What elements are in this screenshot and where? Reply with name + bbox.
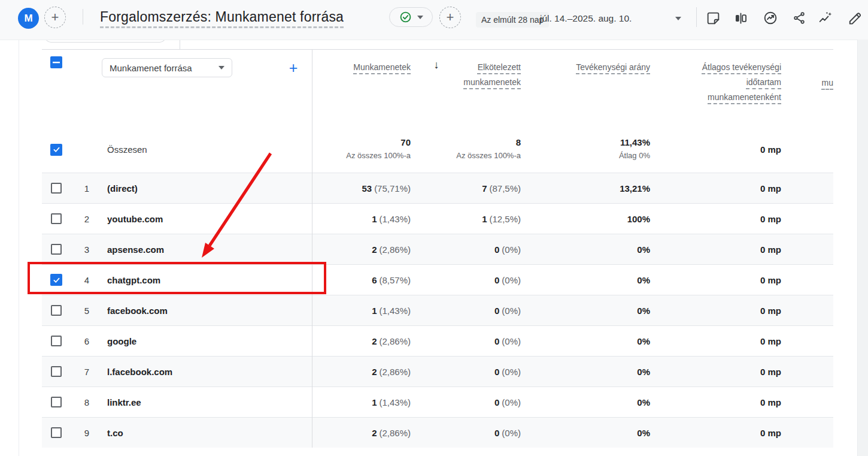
insights-button[interactable]: [761, 9, 779, 27]
row-checkbox[interactable]: [50, 274, 62, 286]
avatar[interactable]: M: [18, 8, 39, 29]
add-report-button[interactable]: +: [439, 7, 461, 28]
row-checkbox[interactable]: [50, 182, 62, 194]
row-source: chatgpt.com: [107, 275, 312, 285]
sessions-cell: 6(8,57%): [312, 275, 411, 285]
sessions-cell: 2(2,86%): [312, 244, 411, 255]
engaged-cell: 0(0%): [411, 397, 521, 407]
table-row[interactable]: 5 facebook.com 1(1,43%) 0(0%) 0% 0 mp: [42, 295, 833, 325]
sessions-cell: 53(75,71%): [312, 183, 411, 194]
row-source: linktr.ee: [107, 397, 312, 407]
table-row[interactable]: 9 t.co 2(2,86%) 0(0%) 0% 0 mp: [42, 417, 833, 448]
vertical-scrollbar[interactable]: [857, 40, 868, 456]
sessions-cell: 1(1,43%): [312, 214, 411, 224]
table-row[interactable]: 1 (direct) 53(75,71%) 7(87,5%) 13,21% 0 …: [42, 173, 833, 203]
engaged-cell: 0(0%): [411, 244, 521, 255]
row-checkbox[interactable]: [50, 335, 62, 347]
duration-cell: 0 mp: [650, 244, 781, 255]
add-secondary-dimension-button[interactable]: +: [284, 58, 303, 77]
totals-rate: 11,43% Átlag 0%: [521, 137, 650, 162]
sessions-cell: 1(1,43%): [312, 397, 411, 407]
row-number: 5: [62, 306, 89, 316]
compare-button[interactable]: [732, 9, 749, 27]
duration-cell: 0 mp: [650, 214, 781, 224]
date-range-value[interactable]: júl. 14.–2025. aug. 10.: [540, 13, 632, 24]
engaged-cell: 0(0%): [411, 306, 521, 316]
verified-check-icon: [399, 11, 412, 23]
table-row[interactable]: 8 linktr.ee 1(1,43%) 0(0%) 0% 0 mp: [42, 386, 833, 417]
duration-cell: 0 mp: [650, 336, 781, 346]
panel-border: [19, 40, 19, 456]
date-chevron-down-icon[interactable]: [675, 17, 681, 20]
row-number: 2: [62, 214, 89, 224]
notes-button[interactable]: [704, 9, 722, 27]
share-icon[interactable]: [790, 9, 808, 27]
row-checkbox[interactable]: [50, 396, 62, 408]
engaged-cell: 7(87,5%): [411, 183, 521, 194]
rate-cell: 13,21%: [521, 183, 650, 194]
rate-cell: 0%: [521, 244, 650, 255]
dimension-selector[interactable]: Munkamenet forrása: [102, 58, 232, 77]
row-checkbox[interactable]: [50, 213, 62, 225]
chevron-down-icon: [417, 16, 423, 19]
row-checkbox[interactable]: [50, 427, 62, 439]
totals-sessions: 70 Az összes 100%-a: [312, 137, 411, 162]
row-source: google: [107, 336, 312, 346]
report-saved-status-button[interactable]: [389, 7, 433, 27]
table-row[interactable]: 7 l.facebook.com 2(2,86%) 0(0%) 0% 0 mp: [42, 356, 833, 386]
column-header-sessions[interactable]: Munkamenetek: [353, 60, 411, 75]
table-row[interactable]: 3 apsense.com 2(2,86%) 0(0%) 0% 0 mp: [42, 234, 833, 264]
duration-cell: 0 mp: [650, 183, 781, 194]
edit-icon[interactable]: [846, 9, 864, 27]
toolbar-divider: [696, 7, 697, 27]
row-checkbox[interactable]: [50, 366, 62, 378]
add-workspace-button[interactable]: +: [44, 7, 66, 28]
column-header-engaged-sessions[interactable]: Elkötelezett munkamenetek: [422, 60, 521, 90]
sparkline-insights-icon[interactable]: [817, 9, 834, 27]
row-checkbox[interactable]: [50, 304, 62, 316]
table-row[interactable]: 2 youtube.com 1(1,43%) 1(12,5%) 100% 0 m…: [42, 203, 833, 234]
duration-cell: 0 mp: [650, 306, 781, 316]
rate-cell: 0%: [521, 336, 650, 346]
rate-cell: 100%: [521, 214, 650, 224]
rate-cell: 0%: [521, 275, 650, 285]
column-header-cut[interactable]: mu: [822, 76, 833, 90]
row-number: 6: [62, 336, 89, 346]
sessions-cell: 2(2,86%): [312, 336, 411, 346]
column-divider: [312, 50, 312, 448]
toolbar-divider: [83, 9, 83, 25]
engaged-cell: 0(0%): [411, 275, 521, 285]
duration-cell: 0 mp: [650, 367, 781, 377]
totals-checkbox[interactable]: [50, 144, 62, 156]
row-source: youtube.com: [107, 214, 312, 224]
row-number: 8: [62, 397, 89, 407]
duration-cell: 0 mp: [650, 275, 781, 285]
column-header-engagement-rate[interactable]: Tevékenységi arány: [576, 60, 650, 75]
row-source: (direct): [107, 183, 312, 194]
tab-divider: [180, 40, 180, 49]
totals-label: Összesen: [107, 144, 312, 155]
table-row[interactable]: 6 google 2(2,86%) 0(0%) 0% 0 mp: [42, 325, 833, 356]
engaged-cell: 0(0%): [411, 428, 521, 438]
sessions-cell: 2(2,86%): [312, 367, 411, 377]
date-range-label[interactable]: Az elmúlt 28 nap: [476, 12, 549, 28]
report-title[interactable]: Forgalomszerzés: Munkamenet forrása: [100, 9, 344, 25]
row-source: apsense.com: [107, 244, 312, 255]
sessions-cell: 1(1,43%): [312, 306, 411, 316]
select-all-checkbox[interactable]: [50, 56, 62, 68]
row-number: 7: [62, 367, 89, 377]
sessions-cell: 2(2,86%): [312, 428, 411, 438]
table-header: Munkamenet forrása + Munkamenetek ↓ Elkö…: [42, 50, 833, 126]
rate-cell: 0%: [521, 397, 650, 407]
rate-cell: 0%: [521, 428, 650, 438]
table-row-highlighted[interactable]: 4 chatgpt.com 6(8,57%) 0(0%) 0% 0 mp: [42, 264, 833, 295]
top-toolbar: M + Forgalomszerzés: Munkamenet forrása …: [0, 0, 868, 40]
rate-cell: 0%: [521, 367, 650, 377]
duration-cell: 0 mp: [650, 397, 781, 407]
totals-row[interactable]: Összesen 70 Az összes 100%-a 8 Az összes…: [42, 126, 833, 173]
row-number: 4: [62, 275, 89, 285]
column-header-avg-duration[interactable]: Átlagos tevékenységi időtartam munkamene…: [700, 60, 781, 105]
report-table: Munkamenet forrása + Munkamenetek ↓ Elkö…: [42, 49, 833, 448]
row-checkbox[interactable]: [50, 243, 62, 255]
totals-engaged: 8 Az összes 100%-a: [411, 137, 521, 162]
